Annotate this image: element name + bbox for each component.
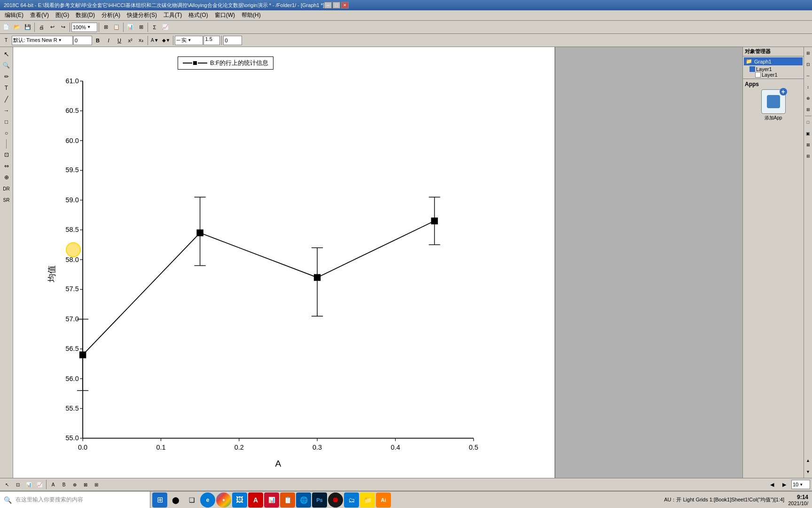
scale-tool[interactable]: ⇔ — [1, 161, 12, 171]
color-btn[interactable]: A▼ — [149, 35, 160, 46]
sub-btn[interactable]: x₂ — [136, 35, 146, 46]
data-reader[interactable]: DR — [1, 183, 12, 194]
bottom-btn-1[interactable]: ↖ — [2, 479, 12, 490]
strip-btn-3[interactable]: ↔ — [804, 71, 812, 81]
taskbar-start[interactable]: ⊞ — [152, 492, 167, 508]
strip-btn-10[interactable]: ⊞ — [804, 151, 812, 161]
page-right[interactable]: ▶ — [779, 479, 789, 490]
font-size-input[interactable] — [73, 36, 92, 45]
super-btn[interactable]: x² — [125, 35, 135, 46]
layer1-item[interactable]: Layer1 — [750, 66, 803, 72]
bottom-btn-5[interactable]: A — [48, 479, 58, 490]
paste-btn[interactable]: 📋 — [111, 22, 122, 32]
strip-btn-7[interactable]: □ — [804, 117, 812, 127]
svg-text:0.5: 0.5 — [469, 444, 478, 451]
close-btn[interactable]: ✕ — [341, 2, 349, 8]
menu-item-h[interactable]: 帮助(H) — [239, 10, 264, 20]
open-btn[interactable]: 📂 — [12, 22, 22, 32]
strip-btn-5[interactable]: ⊕ — [804, 93, 812, 103]
sublayer-item[interactable]: Layer1 — [755, 72, 803, 78]
menu-item-g[interactable]: 图(G) — [53, 10, 72, 20]
menu-item-s[interactable]: 快捷分析(S) — [124, 10, 160, 20]
print-btn[interactable]: 🖨 — [36, 22, 47, 32]
taskbar-edge[interactable]: e — [200, 492, 215, 508]
taskbar-globe[interactable]: 🌐 — [296, 492, 311, 508]
menu-item-o[interactable]: 格式(O) — [186, 10, 211, 20]
strip-btn-4[interactable]: ↕ — [804, 82, 812, 92]
taskbar-folder[interactable]: 🗂 — [344, 492, 359, 508]
save-btn[interactable]: 💾 — [23, 22, 33, 32]
strip-btn-6[interactable]: ⊞ — [804, 104, 812, 115]
line-tool[interactable]: ╱ — [1, 94, 12, 104]
value-input[interactable] — [223, 36, 242, 45]
fill-btn[interactable]: ◆▼ — [161, 35, 172, 46]
region-tool[interactable]: ⊡ — [1, 150, 12, 160]
strip-btn-2[interactable]: ⊡ — [804, 59, 812, 70]
menu-item-w[interactable]: 窗口(W) — [212, 10, 238, 20]
maximize-btn[interactable]: □ — [333, 2, 340, 8]
search-box[interactable]: 🔍 在这里输入你要搜索的内容 — [0, 492, 150, 508]
menu-item-d[interactable]: 数据(D) — [73, 10, 98, 20]
table-btn[interactable]: ⊞ — [136, 22, 146, 32]
menu-item-t[interactable]: 工具(T) — [161, 10, 185, 20]
taskbar-app1[interactable]: 📊 — [264, 492, 279, 508]
strip-btn-8[interactable]: ▣ — [804, 128, 812, 139]
bottom-btn-4[interactable]: 📈 — [34, 479, 45, 490]
font-dropdown[interactable]: 默认: Times New R — [12, 36, 73, 45]
new-btn[interactable]: 📄 — [1, 22, 11, 32]
line-width-input[interactable]: 1.5 — [203, 36, 220, 45]
bottom-btn-9[interactable]: ⊞ — [91, 479, 102, 490]
italic-btn[interactable]: I — [103, 35, 114, 46]
redo-btn[interactable]: ↪ — [58, 22, 68, 32]
bottom-btn-8[interactable]: ⊠ — [80, 479, 91, 490]
page-num-dropdown[interactable]: 10 — [791, 480, 810, 489]
taskbar-ps[interactable]: Ps — [312, 492, 327, 508]
rect-tool[interactable]: □ — [1, 117, 12, 127]
line-style-dropdown[interactable]: ─ 实 — [175, 36, 203, 45]
strip-btn-1[interactable]: ⊞ — [804, 48, 812, 58]
taskbar-ai[interactable]: Ai — [376, 492, 391, 508]
taskbar-photos[interactable]: 🖼 — [232, 492, 247, 508]
add-app-icon[interactable]: + — [761, 89, 786, 114]
zoom-dropdown[interactable]: 100% — [71, 23, 97, 32]
screen-reader[interactable]: SR — [1, 195, 12, 205]
bottom-btn-3[interactable]: 📊 — [23, 479, 34, 490]
graph1-item[interactable]: 📁 Graph1 — [744, 57, 803, 65]
copy-btn[interactable]: ⊞ — [101, 22, 111, 32]
bottom-btn-2[interactable]: ⊡ — [13, 479, 23, 490]
select-tool[interactable]: ↖ — [1, 49, 12, 59]
math-btn[interactable]: Σ — [149, 22, 160, 32]
toolbar-1: 📄 📂 💾 🖨 ↩ ↪ 100% ⊞ 📋 📊 ⊞ Σ 📈 — [0, 21, 812, 34]
chart-btn[interactable]: 📊 — [125, 22, 135, 32]
undo-btn[interactable]: ↩ — [47, 22, 57, 32]
menu-item-v[interactable]: 查看(V) — [27, 10, 52, 20]
sep6 — [148, 36, 148, 45]
taskbar-record[interactable]: ⏺ — [328, 492, 343, 508]
arrow-tool[interactable]: → — [1, 105, 12, 116]
app-add-item[interactable]: + 添加App — [745, 89, 802, 121]
zoom-tool[interactable]: 🔍 — [1, 60, 12, 71]
bottom-btn-6[interactable]: B — [59, 479, 69, 490]
bold-btn[interactable]: B — [93, 35, 103, 46]
ellipse-tool[interactable]: ○ — [1, 128, 12, 138]
page-left[interactable]: ◀ — [767, 479, 777, 490]
strip-arrow-up[interactable]: ▲ — [804, 455, 812, 466]
underline-btn[interactable]: U — [114, 35, 125, 46]
menu-item-e[interactable]: 编辑(E) — [2, 10, 26, 20]
menu-item-a[interactable]: 分析(A) — [99, 10, 123, 20]
stats-btn[interactable]: 📈 — [160, 22, 171, 32]
taskbar-taskview[interactable]: ❑ — [184, 492, 199, 508]
strip-arrow-down[interactable]: ▼ — [804, 467, 812, 477]
taskbar-explorer[interactable]: 📁 — [360, 492, 375, 508]
minimize-btn[interactable]: ─ — [324, 2, 332, 8]
chart-area[interactable]: B:F的行上的统计信息 均值 55.0 55.5 — [13, 47, 554, 478]
taskbar-app2[interactable]: 📋 — [280, 492, 295, 508]
taskbar-acrobat[interactable]: A — [248, 492, 263, 508]
taskbar-chrome[interactable]: ● — [216, 492, 231, 508]
bottom-btn-7[interactable]: ⊕ — [70, 479, 80, 490]
text-tool[interactable]: T — [1, 83, 12, 93]
taskbar-search[interactable]: ⬤ — [168, 492, 183, 508]
draw-tool[interactable]: ✏ — [1, 71, 12, 82]
pointer-tool[interactable]: ⊕ — [1, 172, 12, 183]
strip-btn-9[interactable]: ⊠ — [804, 140, 812, 150]
